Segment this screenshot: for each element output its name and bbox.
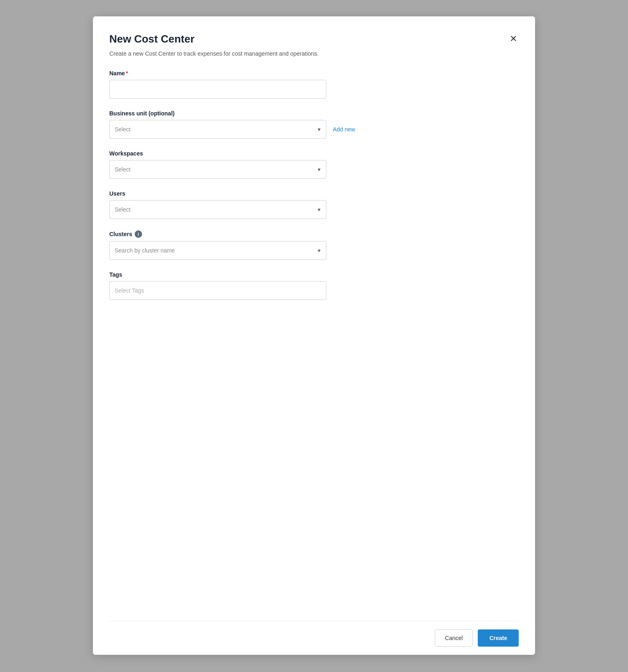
modal-footer: Cancel Create [109,621,519,655]
info-icon: i [135,230,142,238]
tags-label: Tags [109,271,519,278]
close-button[interactable]: ✕ [508,33,519,45]
close-icon: ✕ [510,34,517,43]
clusters-field-group: Clusters i Search by cluster name ▾ [109,230,519,260]
tags-input[interactable] [109,281,326,300]
name-field-group: Name* [109,70,519,99]
clusters-label-row: Clusters i [109,230,519,238]
modal-header: New Cost Center ✕ [109,33,519,45]
clusters-select[interactable]: Search by cluster name [109,241,326,260]
business-unit-label: Business unit (optional) [109,110,519,117]
tags-field-group: Tags [109,271,519,300]
clusters-label: Clusters [109,231,132,237]
users-select[interactable]: Select [109,200,326,219]
modal-container: New Cost Center ✕ Create a new Cost Cent… [93,16,535,655]
modal-subtitle: Create a new Cost Center to track expens… [109,50,519,57]
users-select-wrapper: Select ▾ [109,200,326,219]
workspaces-field-group: Workspaces Select ▾ [109,150,519,179]
workspaces-select[interactable]: Select [109,160,326,179]
users-label: Users [109,190,519,197]
business-unit-row: Select ▾ Add new [109,120,519,139]
modal-body: Name* Business unit (optional) Select ▾ … [109,70,519,621]
business-unit-field-group: Business unit (optional) Select ▾ Add ne… [109,110,519,139]
create-button[interactable]: Create [478,629,519,647]
cancel-button[interactable]: Cancel [435,629,473,647]
modal-overlay: New Cost Center ✕ Create a new Cost Cent… [0,0,628,672]
users-field-group: Users Select ▾ [109,190,519,219]
workspaces-label: Workspaces [109,150,519,157]
workspaces-select-wrapper: Select ▾ [109,160,326,179]
name-label: Name* [109,70,519,77]
business-unit-select-wrapper: Select ▾ [109,120,326,139]
add-new-link[interactable]: Add new [333,126,355,133]
clusters-select-wrapper: Search by cluster name ▾ [109,241,326,260]
name-input[interactable] [109,80,326,99]
modal-title: New Cost Center [109,33,194,45]
required-star: * [126,70,128,77]
business-unit-select[interactable]: Select [109,120,326,139]
